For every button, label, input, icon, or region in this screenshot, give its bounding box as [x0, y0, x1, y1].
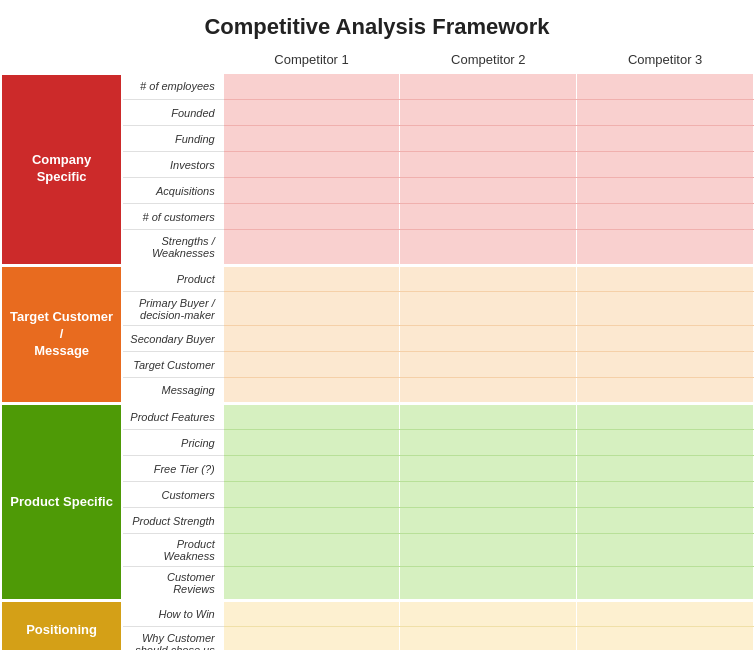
- row-label: Acquisitions: [122, 178, 223, 204]
- data-cell-comp3[interactable]: [577, 404, 754, 430]
- data-cell-comp1[interactable]: [223, 456, 400, 482]
- data-cell-comp3[interactable]: [577, 456, 754, 482]
- row-label: # of customers: [122, 204, 223, 230]
- data-cell-comp3[interactable]: [577, 204, 754, 230]
- row-label: Pricing: [122, 430, 223, 456]
- competitor2-header: Competitor 2: [400, 48, 577, 74]
- category-company: Company Specific: [1, 74, 122, 266]
- data-cell-comp3[interactable]: [577, 152, 754, 178]
- data-cell-comp3[interactable]: [577, 292, 754, 326]
- data-cell-comp1[interactable]: [223, 178, 400, 204]
- table-row: Product SpecificProduct Features: [1, 404, 754, 430]
- data-cell-comp3[interactable]: [577, 534, 754, 567]
- category-positioning: Positioning: [1, 601, 122, 651]
- data-cell-comp1[interactable]: [223, 100, 400, 126]
- data-cell-comp2[interactable]: [400, 627, 577, 651]
- data-cell-comp1[interactable]: [223, 601, 400, 627]
- data-cell-comp2[interactable]: [400, 204, 577, 230]
- data-cell-comp2[interactable]: [400, 126, 577, 152]
- data-cell-comp1[interactable]: [223, 326, 400, 352]
- data-cell-comp2[interactable]: [400, 430, 577, 456]
- label-header: [122, 48, 223, 74]
- data-cell-comp3[interactable]: [577, 230, 754, 266]
- data-cell-comp1[interactable]: [223, 292, 400, 326]
- data-cell-comp2[interactable]: [400, 326, 577, 352]
- data-cell-comp2[interactable]: [400, 74, 577, 100]
- table-row: PositioningHow to Win: [1, 601, 754, 627]
- data-cell-comp2[interactable]: [400, 378, 577, 404]
- data-cell-comp2[interactable]: [400, 230, 577, 266]
- data-cell-comp2[interactable]: [400, 508, 577, 534]
- data-cell-comp1[interactable]: [223, 482, 400, 508]
- data-cell-comp2[interactable]: [400, 152, 577, 178]
- competitor3-header: Competitor 3: [577, 48, 754, 74]
- data-cell-comp2[interactable]: [400, 266, 577, 292]
- row-label: Customer Reviews: [122, 567, 223, 601]
- competitor1-header: Competitor 1: [223, 48, 400, 74]
- data-cell-comp3[interactable]: [577, 482, 754, 508]
- data-cell-comp2[interactable]: [400, 352, 577, 378]
- data-cell-comp3[interactable]: [577, 601, 754, 627]
- row-label: # of employees: [122, 74, 223, 100]
- category-product: Product Specific: [1, 404, 122, 601]
- data-cell-comp3[interactable]: [577, 430, 754, 456]
- data-cell-comp2[interactable]: [400, 456, 577, 482]
- data-cell-comp1[interactable]: [223, 508, 400, 534]
- data-cell-comp1[interactable]: [223, 627, 400, 651]
- row-label: Product Strength: [122, 508, 223, 534]
- data-cell-comp3[interactable]: [577, 100, 754, 126]
- data-cell-comp2[interactable]: [400, 292, 577, 326]
- data-cell-comp3[interactable]: [577, 178, 754, 204]
- data-cell-comp1[interactable]: [223, 567, 400, 601]
- row-label: Product Weakness: [122, 534, 223, 567]
- category-target: Target Customer /Message: [1, 266, 122, 404]
- page-title: Competitive Analysis Framework: [0, 0, 754, 48]
- data-cell-comp2[interactable]: [400, 601, 577, 627]
- row-label: How to Win: [122, 601, 223, 627]
- data-cell-comp1[interactable]: [223, 534, 400, 567]
- data-cell-comp1[interactable]: [223, 126, 400, 152]
- row-label: Strengths / Weaknesses: [122, 230, 223, 266]
- data-cell-comp1[interactable]: [223, 430, 400, 456]
- row-label: Founded: [122, 100, 223, 126]
- row-label: Why Customer should chose us: [122, 627, 223, 651]
- row-label: Target Customer: [122, 352, 223, 378]
- row-label: Investors: [122, 152, 223, 178]
- data-cell-comp2[interactable]: [400, 178, 577, 204]
- column-headers: Competitor 1 Competitor 2 Competitor 3: [1, 48, 754, 74]
- data-cell-comp2[interactable]: [400, 404, 577, 430]
- row-label: Product: [122, 266, 223, 292]
- data-cell-comp1[interactable]: [223, 352, 400, 378]
- data-cell-comp3[interactable]: [577, 627, 754, 651]
- row-label: Primary Buyer / decision-maker: [122, 292, 223, 326]
- data-cell-comp3[interactable]: [577, 326, 754, 352]
- row-label: Customers: [122, 482, 223, 508]
- data-cell-comp1[interactable]: [223, 152, 400, 178]
- row-label: Free Tier (?): [122, 456, 223, 482]
- data-cell-comp1[interactable]: [223, 230, 400, 266]
- data-cell-comp3[interactable]: [577, 378, 754, 404]
- row-label: Product Features: [122, 404, 223, 430]
- data-cell-comp3[interactable]: [577, 352, 754, 378]
- row-label: Funding: [122, 126, 223, 152]
- data-cell-comp3[interactable]: [577, 126, 754, 152]
- table-body: Company Specific# of employeesFoundedFun…: [1, 74, 754, 651]
- table-row: Target Customer /MessageProduct: [1, 266, 754, 292]
- competitive-analysis-table: Competitor 1 Competitor 2 Competitor 3 C…: [0, 48, 754, 650]
- data-cell-comp1[interactable]: [223, 378, 400, 404]
- data-cell-comp1[interactable]: [223, 266, 400, 292]
- data-cell-comp3[interactable]: [577, 508, 754, 534]
- data-cell-comp2[interactable]: [400, 482, 577, 508]
- data-cell-comp1[interactable]: [223, 204, 400, 230]
- data-cell-comp2[interactable]: [400, 534, 577, 567]
- data-cell-comp3[interactable]: [577, 567, 754, 601]
- data-cell-comp2[interactable]: [400, 567, 577, 601]
- data-cell-comp1[interactable]: [223, 404, 400, 430]
- row-label: Secondary Buyer: [122, 326, 223, 352]
- data-cell-comp1[interactable]: [223, 74, 400, 100]
- data-cell-comp2[interactable]: [400, 100, 577, 126]
- table-row: Company Specific# of employees: [1, 74, 754, 100]
- row-label: Messaging: [122, 378, 223, 404]
- data-cell-comp3[interactable]: [577, 74, 754, 100]
- data-cell-comp3[interactable]: [577, 266, 754, 292]
